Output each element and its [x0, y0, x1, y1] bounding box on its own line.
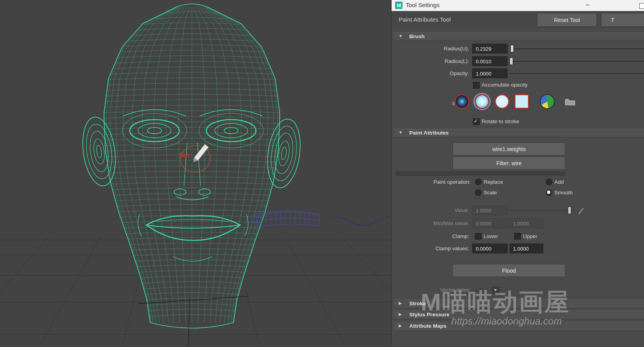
3d-viewport[interactable]: Sm [0, 0, 391, 347]
paint-operation-label: Paint operation: [392, 178, 471, 186]
value-field-disabled: 1.0000 [472, 205, 508, 215]
radius-l-slider-track[interactable] [510, 61, 644, 62]
rotate-row: Rotate to stroke [392, 118, 644, 126]
maya-icon-letter: M [397, 2, 401, 8]
reset-tool-button[interactable]: Reset Tool [537, 13, 597, 27]
clamp-upper-checkbox[interactable] [514, 233, 521, 240]
op-replace-radio[interactable] [475, 179, 482, 185]
collapse-arrow-icon[interactable] [399, 130, 403, 135]
radius-l-slider-handle[interactable] [510, 57, 513, 65]
rotate-to-stroke-checkbox[interactable] [473, 118, 480, 125]
rotate-to-stroke-label: Rotate to stroke [482, 118, 519, 126]
maya-application: Sm M Tool Settings Paint Attributes Tool… [0, 0, 644, 347]
brush-profile-solid-icon[interactable] [495, 94, 510, 109]
vector-index-label: Vector index: [392, 285, 471, 295]
section-attribute-maps[interactable]: Attribute Maps [394, 322, 644, 331]
clamp-values-label: Clamp values: [392, 244, 469, 253]
value-slider-handle [568, 207, 571, 214]
vector-index-row: Vector index: x/R [392, 285, 644, 295]
clamp-lower-checkbox[interactable] [475, 233, 482, 240]
radius-u-label: Radius(U): [392, 44, 469, 54]
section-stroke-label: Stroke [409, 301, 426, 306]
minmax-row: Min/Max value: 0.0000 1.0000 [392, 218, 644, 228]
vector-index-dropdown-icon[interactable] [492, 287, 499, 294]
clamp-values-row: Clamp values: 0.0000 1.0000 [392, 244, 644, 253]
paint-attribute-item[interactable]: wire1.weights [453, 142, 565, 155]
section-stylus-pressure-label: Stylus Pressure [409, 312, 449, 317]
attribute-filter[interactable]: Filter: wire [453, 157, 565, 170]
folder-icon[interactable] [565, 98, 576, 106]
radius-u-field[interactable]: 0.2329 [472, 44, 508, 54]
tool-settings-panel: M Tool Settings Paint Attributes Tool Re… [391, 0, 644, 347]
brush-profile-gaussian-icon[interactable] [454, 94, 469, 109]
radius-u-row: Radius(U): 0.2329 [392, 44, 644, 54]
paint-operation-row-1: Paint operation: Replace Add [392, 178, 644, 186]
maya-icon: M [395, 2, 403, 9]
brush-profile-square-icon[interactable] [514, 94, 529, 109]
op-replace-label: Replace [484, 178, 503, 186]
tool-name: Paint Attributes Tool [399, 16, 451, 23]
opacity-slider-track[interactable] [510, 73, 644, 74]
window-title: Tool Settings [406, 2, 440, 8]
radius-l-label: Radius(L): [392, 56, 469, 66]
value-slider-track [510, 210, 574, 211]
op-scale-radio[interactable] [475, 189, 482, 196]
opacity-field[interactable]: 1.0000 [472, 68, 508, 78]
radius-u-slider-track[interactable] [510, 48, 644, 49]
collapse-arrow-icon[interactable] [399, 312, 402, 316]
clamp-min-field[interactable]: 0.0000 [472, 244, 508, 253]
radius-l-field[interactable]: 0.0010 [472, 56, 508, 66]
section-attribute-maps-label: Attribute Maps [409, 323, 447, 329]
minmax-label: Min/Max value: [392, 218, 469, 228]
section-stylus-pressure[interactable]: Stylus Pressure [394, 310, 644, 319]
attribute-list-strip [396, 171, 565, 176]
tool-header: Paint Attributes Tool Reset Tool T [392, 11, 644, 29]
value-row: Value: 1.0000 [392, 205, 644, 215]
viewport-canvas[interactable]: Sm [0, 0, 391, 347]
op-scale-label: Scale [484, 188, 497, 197]
accumulate-opacity-checkbox[interactable] [473, 82, 480, 89]
brush-mode-label: Sm [179, 151, 189, 159]
max-value-field-disabled: 1.0000 [510, 218, 543, 228]
collapse-arrow-icon[interactable] [399, 34, 403, 38]
section-brush-label: Brush [409, 33, 425, 39]
maximize-button[interactable] [639, 3, 644, 9]
brush-profile-soft-icon-selected[interactable] [475, 94, 489, 109]
clamp-label: Clamp: [392, 232, 469, 241]
min-value-field-disabled: 0.0000 [472, 218, 508, 228]
clamp-max-field[interactable]: 1.0000 [510, 244, 543, 253]
radius-u-slider-handle[interactable] [510, 45, 514, 52]
op-add-radio[interactable] [546, 179, 552, 185]
profile-row: Profile: [392, 93, 644, 111]
paint-value-pencil-icon[interactable] [578, 207, 585, 214]
accumulate-opacity-label: Accumulate opacity [482, 81, 528, 89]
opacity-label: Opacity: [392, 68, 469, 78]
tool-help-button[interactable]: T [601, 13, 644, 27]
minimize-button[interactable] [580, 0, 596, 11]
value-label: Value: [392, 205, 469, 215]
section-paint-attributes-label: Paint Attributes [409, 130, 449, 136]
collapse-arrow-icon[interactable] [399, 301, 402, 305]
op-add-label: Add [554, 178, 564, 186]
opacity-row: Opacity: 1.0000 [392, 68, 644, 78]
clamp-upper-label: Upper [523, 232, 537, 241]
brush-profile-browse-map-icon[interactable] [540, 94, 555, 109]
radius-l-row: Radius(L): 0.0010 [392, 56, 644, 66]
head-wireframe-mesh[interactable] [104, 4, 280, 328]
section-stroke[interactable]: Stroke [394, 299, 644, 308]
op-smooth-radio-selected[interactable] [546, 189, 552, 196]
accumulate-row: Accumulate opacity [392, 81, 644, 89]
clamp-row: Clamp: Lower Upper [392, 232, 644, 241]
vector-index-value[interactable]: x/R [475, 285, 484, 295]
wire-deformer-curves[interactable] [252, 211, 390, 228]
window-titlebar[interactable]: M Tool Settings [392, 0, 644, 11]
paint-operation-row-2: Scale Smooth [392, 188, 644, 197]
clamp-lower-label: Lower [484, 232, 498, 241]
section-paint-attributes[interactable]: Paint Attributes [394, 129, 644, 137]
section-brush[interactable]: Brush [394, 32, 644, 41]
collapse-arrow-icon[interactable] [399, 323, 402, 328]
op-smooth-label: Smooth [554, 188, 573, 197]
flood-button[interactable]: Flood [453, 264, 565, 277]
